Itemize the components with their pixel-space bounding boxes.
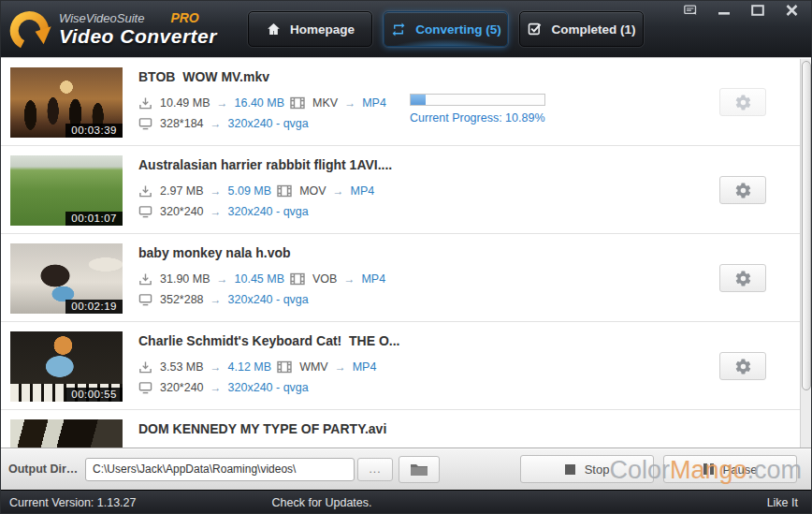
pause-button-label: Pause (723, 463, 758, 477)
list-item[interactable]: 00:00:55 Charlie Schmidt's Keyboard Cat!… (1, 322, 812, 410)
tab-homepage[interactable]: Homepage (248, 11, 372, 47)
monitor-icon (138, 293, 152, 306)
list-scrollbar[interactable] (800, 59, 812, 448)
feedback-icon (684, 5, 698, 17)
film-icon (277, 360, 292, 374)
filesize-icon (138, 184, 152, 198)
checkbox-icon (527, 22, 543, 37)
size-from: 3.53 MB (160, 360, 204, 374)
format-from: MOV (299, 184, 326, 198)
maximize-button[interactable] (746, 3, 770, 18)
repeat-icon (390, 22, 407, 37)
arrow-icon: → (210, 205, 223, 218)
feedback-button[interactable] (678, 3, 703, 18)
filesize-icon (138, 272, 152, 286)
size-from: 10.49 MB (160, 96, 210, 110)
gear-icon (734, 270, 752, 287)
item-settings-button[interactable] (719, 88, 766, 116)
video-title: BTOB WOW MV.mkv (138, 69, 386, 84)
film-icon (290, 272, 305, 286)
res-to: 320x240 - qvga (228, 205, 309, 218)
list-item[interactable]: DOM KENNEDY MY TYPE OF PARTY.avi (1, 410, 812, 448)
progress-bar-fill (411, 95, 426, 105)
video-title: Charlie Schmidt's Keyboard Cat! THE O... (138, 333, 400, 348)
scrollbar-thumb[interactable] (802, 61, 811, 390)
item-settings-button[interactable] (719, 352, 766, 380)
video-thumbnail: 00:03:39 (10, 67, 123, 138)
video-thumbnail: 00:02:19 (10, 243, 123, 314)
resolution-row: 328*184 → 320x240 - qvga (138, 113, 386, 134)
format-from: WMV (299, 360, 328, 374)
video-title: DOM KENNEDY MY TYPE OF PARTY.avi (138, 421, 386, 436)
format-to: MP4 (351, 184, 375, 198)
resolution-row: 352*288 → 320x240 - qvga (138, 289, 385, 310)
version-label: Current Version: 1.13.27 (9, 496, 137, 509)
list-item[interactable]: 00:03:39 BTOB WOW MV.mkv 10.49 MB → 16.4… (1, 58, 812, 146)
video-thumbnail: 00:01:07 (10, 155, 123, 226)
tab-completed[interactable]: Completed (1) (519, 11, 644, 47)
conversion-list: 00:03:39 BTOB WOW MV.mkv 10.49 MB → 16.4… (1, 57, 812, 448)
maximize-icon (751, 5, 764, 16)
monitor-icon (138, 205, 152, 218)
output-directory-label: Output Direc... (8, 463, 81, 476)
monitor-icon (138, 117, 152, 130)
browse-button[interactable]: ... (357, 458, 393, 481)
size-to: 4.12 MB (228, 360, 272, 374)
check-updates-link[interactable]: Check for Updates. (272, 496, 372, 509)
stop-button[interactable]: Stop (520, 455, 654, 483)
brand-block: WiseVideoSuite PRO Video Converter (59, 10, 237, 48)
list-item[interactable]: 00:02:19 baby monkey nala h.vob 31.90 MB… (1, 234, 812, 322)
brand-suite-label: WiseVideoSuite (59, 11, 144, 25)
close-icon (786, 5, 798, 16)
format-to: MP4 (362, 96, 386, 110)
res-to: 320x240 - qvga (228, 117, 309, 130)
res-to: 320x240 - qvga (228, 293, 309, 306)
minimize-button[interactable] (712, 3, 736, 18)
close-button[interactable] (779, 3, 804, 18)
pause-button[interactable]: Pause (663, 455, 797, 483)
arrow-icon: → (332, 184, 345, 198)
video-info: Australasian harrier rabbbit flight 1AVI… (138, 155, 392, 233)
res-from: 328*184 (160, 117, 204, 130)
stop-button-label: Stop (585, 463, 610, 477)
item-settings-button[interactable] (719, 176, 766, 204)
resolution-row: 320*240 → 320x240 - qvga (138, 377, 400, 398)
status-bar: Current Version: 1.13.27 Check for Updat… (1, 490, 812, 514)
video-info: baby monkey nala h.vob 31.90 MB → 10.45 … (138, 243, 385, 321)
format-from: VOB (312, 272, 337, 286)
tab-label: Homepage (290, 22, 355, 37)
size-format-row: 3.53 MB → 4.12 MB WMV → MP4 (138, 357, 400, 377)
app-window: WiseVideoSuite PRO Video Converter Homep… (0, 0, 812, 514)
size-from: 31.90 MB (160, 272, 210, 286)
gear-icon (734, 94, 752, 111)
size-to: 16.40 MB (235, 96, 285, 110)
like-it-link[interactable]: Like It (767, 496, 798, 509)
size-format-row: 2.97 MB → 5.09 MB MOV → MP4 (138, 181, 392, 201)
bottom-toolbar: Output Direc... ... Stop Pause (1, 448, 812, 490)
arrow-icon: → (210, 117, 223, 130)
item-settings-button[interactable] (719, 264, 766, 292)
res-from: 320*240 (160, 381, 204, 394)
size-to: 5.09 MB (228, 184, 272, 198)
format-from: MKV (312, 96, 338, 110)
res-to: 320x240 - qvga (228, 381, 309, 394)
resolution-row: 320*240 → 320x240 - qvga (138, 201, 392, 222)
open-folder-button[interactable] (399, 456, 440, 483)
progress-label: Current Progress: 10.89% (410, 111, 559, 125)
minimize-icon (718, 5, 731, 16)
res-from: 352*288 (160, 293, 204, 306)
tab-label: Completed (1) (551, 22, 635, 37)
output-directory-input[interactable] (85, 458, 355, 481)
list-item[interactable]: 00:01:07 Australasian harrier rabbbit fl… (1, 146, 812, 234)
arrow-icon: → (342, 272, 355, 286)
pause-icon (703, 463, 714, 475)
duration-badge: 00:03:39 (65, 124, 123, 138)
arrow-icon: → (216, 272, 229, 286)
main-tabs: Homepage Converting (5) Completed (1) (248, 11, 644, 47)
titlebar-header: WiseVideoSuite PRO Video Converter Homep… (1, 1, 811, 57)
gear-icon (734, 182, 752, 199)
tab-converting[interactable]: Converting (5) (384, 11, 508, 47)
video-info: DOM KENNEDY MY TYPE OF PARTY.avi (138, 419, 386, 448)
duration-badge: 00:01:07 (65, 212, 123, 226)
format-to: MP4 (361, 272, 385, 286)
